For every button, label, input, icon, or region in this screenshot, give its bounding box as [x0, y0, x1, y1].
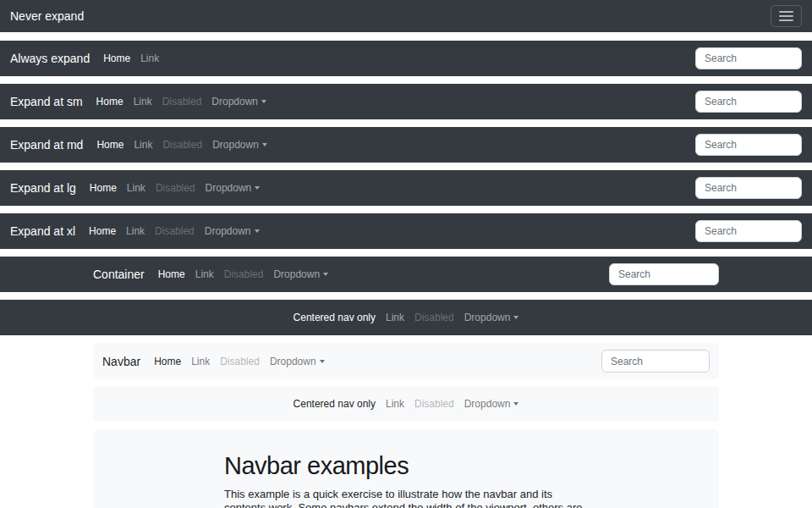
- chevron-down-icon: [262, 143, 267, 146]
- nav-link-home[interactable]: Home: [154, 356, 181, 367]
- nav-link-home[interactable]: Home: [89, 225, 116, 237]
- chevron-down-icon: [261, 100, 266, 103]
- chevron-down-icon: [513, 316, 518, 319]
- nav-link-home[interactable]: Home: [96, 96, 123, 108]
- navbar-never-expand: Never expand: [0, 0, 812, 32]
- navbar-toggler-button[interactable]: [771, 5, 802, 27]
- nav-link-disabled: Disabled: [162, 96, 202, 108]
- dropdown-toggle[interactable]: Dropdown: [212, 139, 267, 151]
- nav-links: Home Link Disabled Dropdown: [89, 225, 259, 237]
- nav-link-link[interactable]: Link: [191, 356, 210, 367]
- nav-link-home[interactable]: Home: [103, 52, 130, 64]
- nav-link-disabled: Disabled: [414, 312, 454, 323]
- search-input[interactable]: [601, 350, 710, 373]
- nav-links: Home Link: [103, 52, 159, 64]
- nav-link-link[interactable]: Link: [134, 139, 152, 151]
- search-input[interactable]: [695, 177, 802, 199]
- nav-link-home[interactable]: Home: [158, 268, 185, 280]
- nav-link-centered[interactable]: Centered nav only: [294, 312, 376, 323]
- paragraph-text: This example is a quick exercise to illu…: [224, 488, 582, 508]
- search-input[interactable]: [695, 220, 802, 242]
- chevron-down-icon: [255, 186, 260, 190]
- nav-link-home[interactable]: Home: [90, 182, 117, 194]
- brand-never-expand[interactable]: Never expand: [10, 9, 84, 23]
- dropdown-toggle[interactable]: Dropdown: [211, 96, 266, 108]
- nav-link-link[interactable]: Link: [126, 225, 145, 237]
- dropdown-toggle[interactable]: Dropdown: [206, 182, 261, 194]
- search-input[interactable]: [609, 263, 719, 285]
- search-input[interactable]: [695, 134, 802, 156]
- navbar-expand-xl: Expand at xl Home Link Disabled Dropdown: [0, 213, 812, 249]
- nav-link-disabled: Disabled: [155, 225, 195, 237]
- brand-expand-sm[interactable]: Expand at sm: [10, 95, 83, 108]
- chevron-down-icon: [513, 402, 518, 406]
- nav-links: Home Link Disabled Dropdown: [154, 356, 324, 367]
- hamburger-icon: [779, 19, 793, 22]
- nav-links: Home Link Disabled Dropdown: [96, 96, 266, 108]
- brand-expand-md[interactable]: Expand at md: [10, 138, 83, 152]
- chevron-down-icon: [255, 229, 260, 233]
- dropdown-toggle[interactable]: Dropdown: [464, 398, 519, 410]
- hamburger-icon: [779, 11, 793, 14]
- chevron-down-icon: [320, 360, 325, 363]
- nav-link-disabled: Disabled: [414, 398, 454, 410]
- chevron-down-icon: [323, 273, 328, 276]
- dropdown-toggle[interactable]: Dropdown: [205, 225, 260, 237]
- dropdown-toggle[interactable]: Dropdown: [270, 356, 325, 367]
- search-input[interactable]: [695, 47, 802, 69]
- nav-link-link[interactable]: Link: [195, 268, 214, 280]
- search-input[interactable]: [695, 91, 802, 113]
- navbar-container-inner: Container Home Link Disabled Dropdown: [93, 263, 719, 285]
- navbar-expand-lg: Expand at lg Home Link Disabled Dropdown: [0, 170, 812, 206]
- hamburger-icon: [779, 15, 793, 18]
- nav-links: Centered nav only Link Disabled Dropdown: [294, 312, 519, 323]
- nav-links: Centered nav only Link Disabled Dropdown: [294, 398, 519, 410]
- content-inner: Navbar examples This example is a quick …: [224, 429, 593, 508]
- dropdown-toggle[interactable]: Dropdown: [273, 268, 328, 280]
- navbar-expand-md: Expand at md Home Link Disabled Dropdown: [0, 127, 812, 163]
- intro-paragraph: This example is a quick exercise to illu…: [224, 488, 593, 508]
- nav-link-disabled: Disabled: [220, 356, 260, 367]
- nav-link-home[interactable]: Home: [96, 139, 123, 151]
- nav-link-link[interactable]: Link: [134, 96, 152, 108]
- nav-link-link[interactable]: Link: [140, 52, 159, 64]
- navbar-centered-light: Centered nav only Link Disabled Dropdown: [93, 386, 719, 422]
- nav-link-link[interactable]: Link: [127, 182, 145, 194]
- nav-link-disabled: Disabled: [156, 182, 195, 194]
- navbar-centered-dark: Centered nav only Link Disabled Dropdown: [0, 300, 812, 335]
- navbar-container: Container Home Link Disabled Dropdown: [0, 257, 812, 292]
- navbar-always-expand: Always expand Home Link: [0, 41, 812, 76]
- brand-expand-xl[interactable]: Expand at xl: [10, 224, 75, 238]
- dropdown-toggle[interactable]: Dropdown: [464, 312, 519, 323]
- brand-navbar[interactable]: Navbar: [102, 355, 140, 368]
- content-panel: Navbar examples This example is a quick …: [93, 429, 719, 508]
- brand-container[interactable]: Container: [93, 268, 145, 281]
- nav-link-link[interactable]: Link: [386, 312, 404, 323]
- page-title: Navbar examples: [224, 452, 593, 480]
- nav-links: Home Link Disabled Dropdown: [158, 268, 328, 280]
- nav-link-link[interactable]: Link: [386, 398, 404, 410]
- nav-link-disabled: Disabled: [162, 139, 202, 151]
- nav-links: Home Link Disabled Dropdown: [96, 139, 266, 151]
- navbar-expand-sm: Expand at sm Home Link Disabled Dropdown: [0, 84, 812, 119]
- nav-links: Home Link Disabled Dropdown: [90, 182, 260, 194]
- nav-link-centered[interactable]: Centered nav only: [294, 398, 376, 410]
- brand-expand-lg[interactable]: Expand at lg: [10, 181, 76, 195]
- nav-link-disabled: Disabled: [224, 268, 264, 280]
- navbar-light: Navbar Home Link Disabled Dropdown: [93, 343, 719, 379]
- brand-always-expand[interactable]: Always expand: [10, 52, 90, 65]
